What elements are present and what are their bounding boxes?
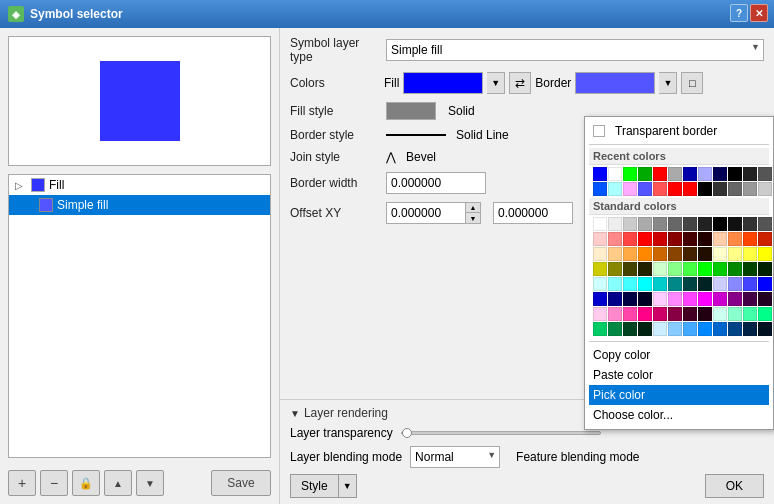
standard-color-cell[interactable] <box>593 217 607 231</box>
recent-color-cell[interactable] <box>608 167 622 181</box>
transparent-border-option[interactable]: Transparent border <box>589 121 769 141</box>
standard-color-cell[interactable] <box>653 277 667 291</box>
standard-color-cell[interactable] <box>743 232 757 246</box>
offset-x-input[interactable]: 0.000000 <box>386 202 466 224</box>
lock-layer-button[interactable]: 🔒 <box>72 470 100 496</box>
paste-color-option[interactable]: Paste color <box>589 365 769 385</box>
border-color-dropdown[interactable]: ▼ <box>659 72 677 94</box>
standard-color-cell[interactable] <box>608 277 622 291</box>
recent-color-cell[interactable] <box>608 182 622 196</box>
transparency-slider[interactable] <box>401 431 601 435</box>
standard-color-cell[interactable] <box>713 322 727 336</box>
standard-color-cell[interactable] <box>728 307 742 321</box>
standard-color-cell[interactable] <box>698 217 712 231</box>
standard-color-cell[interactable] <box>653 232 667 246</box>
standard-color-cell[interactable] <box>638 322 652 336</box>
recent-color-cell[interactable] <box>653 167 667 181</box>
pick-color-option[interactable]: Pick color <box>589 385 769 405</box>
standard-color-cell[interactable] <box>608 247 622 261</box>
standard-color-cell[interactable] <box>623 247 637 261</box>
recent-color-cell[interactable] <box>698 167 712 181</box>
standard-color-cell[interactable] <box>758 262 772 276</box>
standard-color-cell[interactable] <box>758 247 772 261</box>
layer-blending-select[interactable]: Normal Multiply Screen <box>410 446 500 468</box>
standard-color-cell[interactable] <box>653 217 667 231</box>
standard-color-cell[interactable] <box>698 262 712 276</box>
standard-color-cell[interactable] <box>638 292 652 306</box>
help-button[interactable]: ? <box>730 4 748 22</box>
standard-color-cell[interactable] <box>713 262 727 276</box>
standard-color-cell[interactable] <box>623 307 637 321</box>
move-up-button[interactable]: ▲ <box>104 470 132 496</box>
recent-color-cell[interactable] <box>743 167 757 181</box>
recent-color-cell[interactable] <box>758 167 772 181</box>
standard-color-cell[interactable] <box>743 277 757 291</box>
recent-color-cell[interactable] <box>683 182 697 196</box>
border-width-input[interactable]: 0.000000 <box>386 172 486 194</box>
recent-color-cell[interactable] <box>623 167 637 181</box>
recent-color-cell[interactable] <box>743 182 757 196</box>
standard-color-cell[interactable] <box>728 277 742 291</box>
standard-color-cell[interactable] <box>653 247 667 261</box>
standard-color-cell[interactable] <box>668 217 682 231</box>
symbol-layer-type-select[interactable]: Simple fill <box>386 39 764 61</box>
standard-color-cell[interactable] <box>593 307 607 321</box>
standard-color-cell[interactable] <box>758 277 772 291</box>
swap-colors-button[interactable]: ⇄ <box>509 72 531 94</box>
save-button[interactable]: Save <box>211 470 271 496</box>
standard-color-cell[interactable] <box>638 232 652 246</box>
standard-color-cell[interactable] <box>698 277 712 291</box>
standard-color-cell[interactable] <box>698 232 712 246</box>
standard-color-cell[interactable] <box>758 307 772 321</box>
recent-color-cell[interactable] <box>698 182 712 196</box>
standard-color-cell[interactable] <box>758 232 772 246</box>
standard-color-cell[interactable] <box>593 262 607 276</box>
style-dropdown-button[interactable]: ▼ <box>339 474 357 498</box>
offset-x-down[interactable]: ▼ <box>466 213 480 223</box>
recent-color-cell[interactable] <box>593 167 607 181</box>
standard-color-cell[interactable] <box>593 322 607 336</box>
choose-color-option[interactable]: Choose color... <box>589 405 769 425</box>
standard-color-cell[interactable] <box>608 322 622 336</box>
standard-color-cell[interactable] <box>653 262 667 276</box>
standard-color-cell[interactable] <box>728 247 742 261</box>
standard-color-cell[interactable] <box>743 217 757 231</box>
standard-color-cell[interactable] <box>713 277 727 291</box>
recent-color-cell[interactable] <box>758 182 772 196</box>
standard-color-cell[interactable] <box>638 262 652 276</box>
recent-color-cell[interactable] <box>683 167 697 181</box>
close-button[interactable]: ✕ <box>750 4 768 22</box>
offset-x-spinner[interactable]: ▲ ▼ <box>466 202 481 224</box>
standard-color-cell[interactable] <box>683 262 697 276</box>
standard-color-cell[interactable] <box>668 277 682 291</box>
standard-color-cell[interactable] <box>608 232 622 246</box>
transparent-border-checkbox[interactable] <box>593 125 605 137</box>
standard-color-cell[interactable] <box>743 307 757 321</box>
standard-color-cell[interactable] <box>728 322 742 336</box>
border-copy-button[interactable]: □ <box>681 72 703 94</box>
recent-color-cell[interactable] <box>638 182 652 196</box>
fill-color-button[interactable] <box>403 72 483 94</box>
standard-color-cell[interactable] <box>593 247 607 261</box>
standard-color-cell[interactable] <box>593 232 607 246</box>
standard-color-cell[interactable] <box>653 322 667 336</box>
standard-color-cell[interactable] <box>638 307 652 321</box>
standard-color-cell[interactable] <box>713 217 727 231</box>
ok-button[interactable]: OK <box>705 474 764 498</box>
offset-x-up[interactable]: ▲ <box>466 203 480 213</box>
standard-color-cell[interactable] <box>683 307 697 321</box>
standard-color-cell[interactable] <box>743 262 757 276</box>
fill-color-dropdown[interactable]: ▼ <box>487 72 505 94</box>
recent-color-cell[interactable] <box>668 167 682 181</box>
standard-color-cell[interactable] <box>713 232 727 246</box>
standard-color-cell[interactable] <box>728 217 742 231</box>
recent-color-cell[interactable] <box>728 167 742 181</box>
standard-color-cell[interactable] <box>683 292 697 306</box>
add-layer-button[interactable]: + <box>8 470 36 496</box>
standard-color-cell[interactable] <box>728 262 742 276</box>
standard-color-cell[interactable] <box>698 292 712 306</box>
standard-color-cell[interactable] <box>743 322 757 336</box>
recent-color-cell[interactable] <box>728 182 742 196</box>
standard-color-cell[interactable] <box>683 232 697 246</box>
standard-color-cell[interactable] <box>608 307 622 321</box>
